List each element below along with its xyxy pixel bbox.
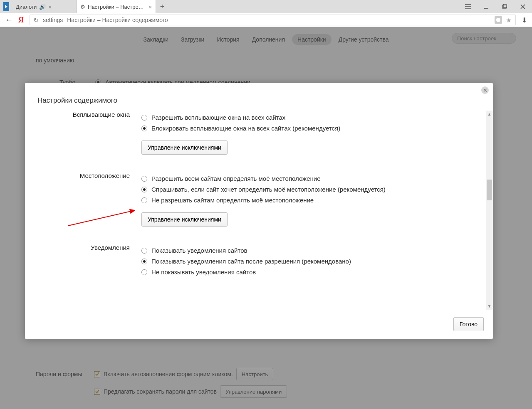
yandex-logo-icon[interactable]: Я — [18, 16, 24, 25]
address-path: Настройки – Настройки содержимого — [67, 17, 168, 23]
option-label: Показывать уведомления сайта после разре… — [151, 258, 351, 265]
option-label: Не показывать уведомления сайтов — [151, 269, 256, 276]
page-content: Закладки Загрузки История Дополнения Нас… — [0, 27, 532, 409]
option-row[interactable]: Показывать уведомления сайтов — [141, 247, 493, 254]
minimize-button[interactable] — [477, 0, 495, 13]
radio-icon[interactable] — [141, 126, 147, 131]
tab-close[interactable]: × — [148, 3, 152, 10]
option-label: Не разрешать сайтам определять моё место… — [151, 197, 314, 204]
svg-line-2 — [68, 210, 135, 226]
reload-button[interactable]: ↻ — [33, 16, 39, 24]
tab-title: Диалоги — [16, 4, 37, 10]
downloads-button[interactable]: ⬇ — [522, 16, 527, 24]
option-row[interactable]: Разрешить всплывающие окна на всех сайта… — [141, 114, 493, 121]
vk-logo-tab[interactable] — [0, 0, 12, 13]
radio-icon[interactable] — [141, 115, 147, 121]
option-row[interactable]: Блокировать всплывающие окна на всех сай… — [141, 125, 493, 132]
address-bar: ← Я ↻ settings Настройки – Настройки сод… — [0, 13, 532, 27]
scroll-up-arrow[interactable]: ▲ — [486, 111, 493, 118]
titlebar: Диалоги 🔊 × ⚙ Настройки – Настройки × + — [0, 0, 532, 13]
option-row[interactable]: Не показывать уведомления сайтов — [141, 269, 493, 276]
modal-scrollbar[interactable]: ▲ ▼ — [486, 111, 493, 310]
modal-close-button[interactable]: ✕ — [481, 86, 489, 94]
maximize-button[interactable] — [495, 0, 514, 13]
close-button[interactable] — [514, 0, 532, 13]
section-2: УведомленияПоказывать уведомления сайтов… — [25, 243, 493, 279]
radio-icon[interactable] — [141, 187, 147, 192]
tab-close[interactable]: × — [48, 3, 52, 10]
option-row[interactable]: Разрешить всем сайтам определять моё мес… — [141, 175, 493, 182]
radio-icon[interactable] — [141, 197, 147, 203]
radio-icon[interactable] — [141, 248, 147, 254]
svg-rect-1 — [503, 4, 507, 7]
annotation-arrow — [66, 207, 141, 232]
shield-icon[interactable] — [495, 16, 502, 24]
manage-exceptions-button[interactable]: Управление исключениями — [141, 212, 228, 227]
option-label: Разрешить всем сайтам определять моё мес… — [151, 175, 321, 182]
back-button[interactable]: ← — [5, 16, 12, 25]
gear-icon: ⚙ — [80, 4, 85, 10]
option-label: Блокировать всплывающие окна на всех сай… — [151, 125, 340, 132]
radio-icon[interactable] — [141, 269, 147, 275]
bookmark-star-icon[interactable]: ★ — [505, 16, 513, 24]
radio-icon[interactable] — [141, 259, 147, 264]
option-label: Показывать уведомления сайтов — [151, 247, 247, 254]
new-tab-button[interactable]: + — [156, 0, 168, 13]
section-label: Уведомления — [25, 243, 141, 279]
address-protocol: settings — [43, 17, 63, 23]
modal-title: Настройки содержимого — [37, 96, 117, 105]
done-button[interactable]: Готово — [453, 317, 484, 331]
tab-title: Настройки – Настройки — [88, 4, 146, 10]
option-label: Разрешить всплывающие окна на всех сайта… — [151, 114, 285, 121]
content-settings-modal: ✕ Настройки содержимого Всплывающие окна… — [25, 83, 493, 339]
option-row[interactable]: Не разрешать сайтам определять моё место… — [141, 197, 493, 204]
address-input[interactable]: ↻ settings Настройки – Настройки содержи… — [30, 15, 516, 25]
tab-settings[interactable]: ⚙ Настройки – Настройки × — [77, 0, 156, 13]
radio-icon[interactable] — [141, 176, 147, 182]
section-label: Всплывающие окна — [25, 110, 141, 155]
option-label: Спрашивать, если сайт хочет определить м… — [151, 186, 386, 193]
option-row[interactable]: Показывать уведомления сайта после разре… — [141, 258, 493, 265]
audio-icon: 🔊 — [39, 4, 46, 10]
scroll-thumb[interactable] — [487, 180, 492, 200]
svg-rect-0 — [502, 5, 506, 8]
option-row[interactable]: Спрашивать, если сайт хочет определить м… — [141, 186, 493, 193]
manage-exceptions-button[interactable]: Управление исключениями — [141, 140, 228, 155]
play-icon — [3, 2, 9, 11]
tab-dialogs[interactable]: Диалоги 🔊 × — [12, 0, 77, 13]
section-0: Всплывающие окнаРазрешить всплывающие ок… — [25, 110, 493, 155]
scroll-down-arrow[interactable]: ▼ — [486, 303, 493, 310]
menu-button[interactable] — [459, 0, 477, 13]
